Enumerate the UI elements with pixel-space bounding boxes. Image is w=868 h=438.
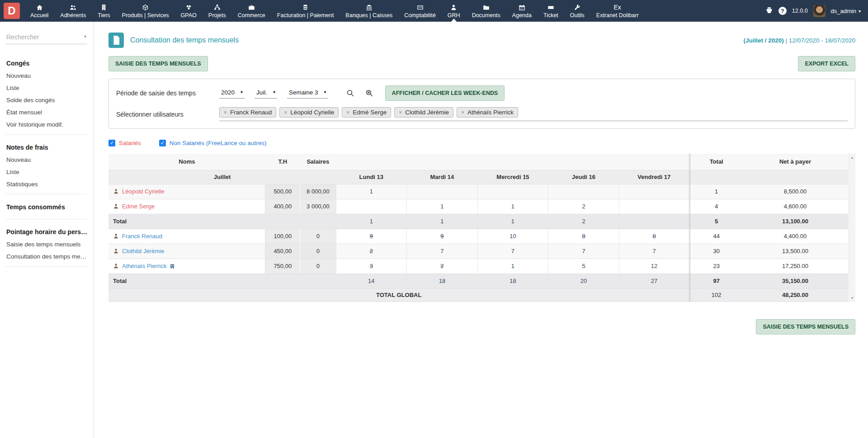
- export-excel-button[interactable]: EXPORT EXCEL: [798, 56, 855, 71]
- menu-item-accueil[interactable]: Accueil: [24, 0, 54, 22]
- col-day-1: Mardi 14: [407, 170, 478, 184]
- salaries-checkbox[interactable]: ✓ Salariés: [108, 140, 141, 146]
- remove-chip-icon[interactable]: ×: [346, 109, 349, 116]
- chevron-down-icon[interactable]: ▾: [84, 34, 86, 39]
- menu-item-banques-caisses[interactable]: Banques | Caisses: [340, 0, 398, 22]
- sidebar-item-voir-historique-modif[interactable]: Voir historique modif.: [6, 121, 87, 128]
- selected-users-input[interactable]: ×Franck Renaud×Léopold Cyrielle×Edmé Ser…: [219, 107, 848, 121]
- search-input[interactable]: [5, 33, 87, 42]
- chevron-down-icon: ▾: [273, 89, 275, 94]
- period-label: (Juillet / 2020) | 12/07/2020 - 18/07/20…: [744, 37, 855, 44]
- sidebar-section-title[interactable]: Temps consommés: [6, 203, 87, 211]
- menu-item-produits-services[interactable]: Produits | Services: [116, 0, 175, 22]
- menu-item-tiers[interactable]: Tiers: [92, 0, 116, 22]
- day-hours-value: 20: [580, 278, 587, 284]
- day-hours-value-struck: 9: [440, 233, 443, 240]
- sidebar-section-title[interactable]: Congés: [6, 60, 87, 67]
- chevron-down-icon: ▾: [859, 9, 861, 14]
- menu-item-adh-rents[interactable]: Adhérents: [54, 0, 92, 22]
- sidebar-item-consultation-des-temps-me[interactable]: Consultation des temps me…: [6, 253, 87, 260]
- avatar[interactable]: [813, 5, 826, 17]
- active-menu-indicator: [451, 19, 457, 22]
- day-hours-cell: 7: [407, 244, 478, 259]
- print-icon[interactable]: [765, 6, 773, 16]
- scroll-down-icon[interactable]: ▼: [849, 296, 855, 300]
- sidebar-item-saisie-des-temps-mensuels[interactable]: Saisie des temps mensuels: [6, 241, 87, 248]
- menu-item-agenda[interactable]: Agenda: [506, 0, 538, 22]
- saisie-temps-button[interactable]: SAISIE DES TEMPS MENSUELS: [108, 56, 208, 71]
- type-toggles: ✓ Salariés ✓ Non Salariés (FreeLance ou …: [108, 140, 855, 146]
- user-link[interactable]: Franck Renaud: [122, 233, 162, 240]
- menu-item-documents[interactable]: Documents: [466, 0, 506, 22]
- table-scrollbar[interactable]: ▲ ▼: [849, 154, 855, 302]
- clear-search-icon[interactable]: [365, 89, 373, 97]
- menu-item-comptabilit[interactable]: Comptabilité: [398, 0, 441, 22]
- menu-item-ticket[interactable]: Ticket: [538, 0, 564, 22]
- sidebar-item-nouveau[interactable]: Nouveau: [6, 156, 87, 163]
- user-chip-label: Léopold Cyrielle: [290, 109, 334, 116]
- sidebar-section-cong-s: CongésNouveauListeSolde des congésÉtat m…: [5, 51, 87, 135]
- week-select[interactable]: Semaine 3 ▾: [287, 88, 328, 99]
- user-chip-clothild-j-r-mie[interactable]: ×Clothild Jérémie: [394, 107, 453, 118]
- sidebar-section-title[interactable]: Notes de frais: [6, 144, 87, 151]
- row-total-cell: 5: [690, 214, 742, 229]
- day-hours-value: 1: [440, 203, 443, 210]
- remove-chip-icon[interactable]: ×: [284, 109, 287, 116]
- extranet-icon: Ex: [614, 4, 621, 11]
- week-value: Semaine 3: [289, 89, 318, 96]
- user-chip-ath-na-s-pierrick[interactable]: ×Athénaïs Pierrick: [457, 107, 518, 118]
- menu-item-gpao[interactable]: GPAO: [175, 0, 203, 22]
- user-menu[interactable]: ds_admin ▾: [831, 8, 861, 14]
- total-global-label: TOTAL GLOBAL: [108, 288, 690, 301]
- sidebar-item-nouveau[interactable]: Nouveau: [6, 72, 87, 79]
- user-row-franck-renaud: Franck Renaud100,000991088444,400.00: [108, 229, 848, 244]
- sidebar-section-title[interactable]: Pointage horaire du pers…: [6, 228, 87, 235]
- menu-item-projets[interactable]: Projets: [203, 0, 232, 22]
- user-link[interactable]: Athénaïs Pierrick: [122, 263, 166, 269]
- year-select[interactable]: 2020 ▾: [219, 88, 245, 99]
- sidebar-item-liste[interactable]: Liste: [6, 85, 87, 91]
- menu-item-facturation-paiement[interactable]: Facturation | Paiement: [271, 0, 340, 22]
- day-hours-cell: 1: [477, 259, 548, 273]
- day-hours-value-struck: 2: [370, 248, 373, 254]
- user-chip-l-opold-cyrielle[interactable]: ×Léopold Cyrielle: [279, 107, 339, 118]
- dolibarr-logo[interactable]: D: [4, 3, 20, 19]
- day-hours-cell: 7: [548, 244, 619, 259]
- menu-item-label: Projets: [208, 12, 226, 19]
- user-link[interactable]: Clothild Jérémie: [122, 248, 164, 254]
- day-hours-value: 27: [651, 278, 657, 284]
- menu-item-commerce[interactable]: Commerce: [232, 0, 271, 22]
- scroll-up-icon[interactable]: ▲: [849, 155, 855, 160]
- non-salaries-checkbox[interactable]: ✓ Non Salariés (FreeLance ou autres): [159, 140, 267, 146]
- top-navbar: D AccueilAdhérentsTiersProduits | Servic…: [0, 0, 868, 22]
- help-icon[interactable]: ?: [778, 7, 787, 15]
- main-menu: AccueilAdhérentsTiersProduits | Services…: [24, 0, 645, 22]
- user-chip-edm-serge[interactable]: ×Edmé Serge: [342, 107, 391, 118]
- user-name-cell: Franck Renaud: [108, 229, 265, 244]
- search-icon[interactable]: [346, 89, 354, 97]
- sidebar-item-tat-mensuel[interactable]: État mensuel: [6, 109, 87, 116]
- day-hours-cell: 18: [407, 273, 478, 288]
- remove-chip-icon[interactable]: ×: [224, 109, 227, 116]
- menu-item-outils[interactable]: Outils: [564, 0, 590, 22]
- menu-item-grh[interactable]: GRH: [442, 0, 466, 22]
- day-hours-value: 2: [582, 218, 585, 225]
- row-total-cell: 1: [690, 184, 742, 199]
- remove-chip-icon[interactable]: ×: [461, 109, 464, 116]
- menu-item-extranet-dolibarr[interactable]: ExExtranet Dolibarr: [590, 0, 645, 22]
- toggle-weekends-button[interactable]: AFFICHER / CACHER LES WEEK-ENDS: [385, 85, 505, 101]
- remove-chip-icon[interactable]: ×: [399, 109, 402, 116]
- day-hours-value: 1: [511, 203, 514, 210]
- saisie-temps-button-bottom[interactable]: SAISIE DES TEMPS MENSUELS: [756, 319, 855, 334]
- sidebar-item-liste[interactable]: Liste: [6, 169, 87, 175]
- row-net-cell: 8,500.00: [742, 184, 848, 199]
- page-title: Consultation des temps mensuels: [130, 36, 239, 44]
- user-link[interactable]: Edmé Serge: [122, 203, 155, 210]
- col-days-spacer: [336, 154, 690, 170]
- month-select[interactable]: Juil. ▾: [255, 88, 277, 99]
- sidebar-item-statistiques[interactable]: Statistiques: [6, 181, 87, 188]
- day-hours-value: 7: [511, 248, 514, 254]
- sidebar-item-solde-des-cong-s[interactable]: Solde des congés: [6, 97, 87, 104]
- user-link[interactable]: Léopold Cyrielle: [122, 188, 164, 195]
- user-chip-franck-renaud[interactable]: ×Franck Renaud: [219, 107, 276, 118]
